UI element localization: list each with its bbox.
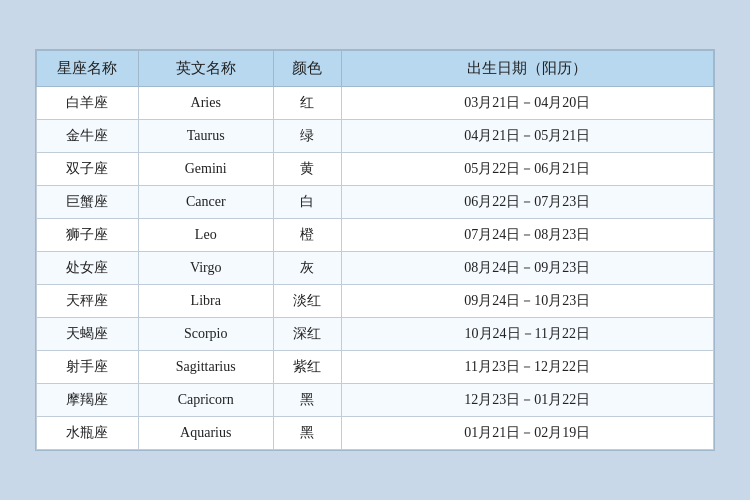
table-row: 狮子座Leo橙07月24日－08月23日 [37, 219, 714, 252]
cell-color: 白 [273, 186, 341, 219]
table-row: 双子座Gemini黄05月22日－06月21日 [37, 153, 714, 186]
cell-chinese: 白羊座 [37, 87, 139, 120]
cell-chinese: 狮子座 [37, 219, 139, 252]
cell-date: 05月22日－06月21日 [341, 153, 713, 186]
table-row: 射手座Sagittarius紫红11月23日－12月22日 [37, 351, 714, 384]
cell-chinese: 射手座 [37, 351, 139, 384]
cell-chinese: 双子座 [37, 153, 139, 186]
cell-color: 黑 [273, 417, 341, 450]
cell-chinese: 天秤座 [37, 285, 139, 318]
cell-english: Virgo [138, 252, 273, 285]
cell-date: 09月24日－10月23日 [341, 285, 713, 318]
cell-chinese: 处女座 [37, 252, 139, 285]
zodiac-table-container: 星座名称 英文名称 颜色 出生日期（阳历） 白羊座Aries红03月21日－04… [35, 49, 715, 451]
header-chinese: 星座名称 [37, 51, 139, 87]
header-english: 英文名称 [138, 51, 273, 87]
cell-chinese: 水瓶座 [37, 417, 139, 450]
cell-date: 12月23日－01月22日 [341, 384, 713, 417]
cell-english: Scorpio [138, 318, 273, 351]
table-row: 处女座Virgo灰08月24日－09月23日 [37, 252, 714, 285]
cell-date: 03月21日－04月20日 [341, 87, 713, 120]
cell-english: Sagittarius [138, 351, 273, 384]
table-row: 天蝎座Scorpio深红10月24日－11月22日 [37, 318, 714, 351]
table-row: 白羊座Aries红03月21日－04月20日 [37, 87, 714, 120]
cell-english: Taurus [138, 120, 273, 153]
cell-english: Aquarius [138, 417, 273, 450]
cell-color: 橙 [273, 219, 341, 252]
cell-date: 04月21日－05月21日 [341, 120, 713, 153]
table-header-row: 星座名称 英文名称 颜色 出生日期（阳历） [37, 51, 714, 87]
header-date: 出生日期（阳历） [341, 51, 713, 87]
zodiac-table: 星座名称 英文名称 颜色 出生日期（阳历） 白羊座Aries红03月21日－04… [36, 50, 714, 450]
cell-chinese: 金牛座 [37, 120, 139, 153]
cell-date: 01月21日－02月19日 [341, 417, 713, 450]
cell-color: 灰 [273, 252, 341, 285]
cell-color: 红 [273, 87, 341, 120]
table-row: 金牛座Taurus绿04月21日－05月21日 [37, 120, 714, 153]
cell-chinese: 摩羯座 [37, 384, 139, 417]
cell-color: 黑 [273, 384, 341, 417]
table-row: 摩羯座Capricorn黑12月23日－01月22日 [37, 384, 714, 417]
cell-english: Leo [138, 219, 273, 252]
cell-color: 黄 [273, 153, 341, 186]
cell-color: 淡红 [273, 285, 341, 318]
header-color: 颜色 [273, 51, 341, 87]
cell-date: 07月24日－08月23日 [341, 219, 713, 252]
cell-date: 10月24日－11月22日 [341, 318, 713, 351]
cell-color: 深红 [273, 318, 341, 351]
table-row: 天秤座Libra淡红09月24日－10月23日 [37, 285, 714, 318]
table-row: 巨蟹座Cancer白06月22日－07月23日 [37, 186, 714, 219]
table-row: 水瓶座Aquarius黑01月21日－02月19日 [37, 417, 714, 450]
cell-english: Gemini [138, 153, 273, 186]
cell-date: 08月24日－09月23日 [341, 252, 713, 285]
cell-date: 11月23日－12月22日 [341, 351, 713, 384]
cell-english: Libra [138, 285, 273, 318]
cell-color: 紫红 [273, 351, 341, 384]
cell-english: Capricorn [138, 384, 273, 417]
cell-english: Aries [138, 87, 273, 120]
cell-english: Cancer [138, 186, 273, 219]
cell-chinese: 巨蟹座 [37, 186, 139, 219]
cell-color: 绿 [273, 120, 341, 153]
cell-date: 06月22日－07月23日 [341, 186, 713, 219]
cell-chinese: 天蝎座 [37, 318, 139, 351]
